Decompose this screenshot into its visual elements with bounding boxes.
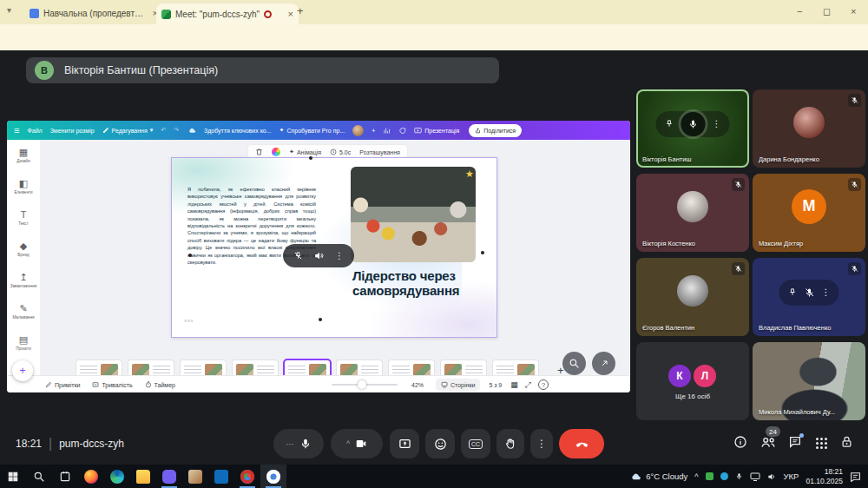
activities-button[interactable] (816, 438, 827, 449)
mic-off-icon[interactable] (805, 287, 815, 298)
presentation-zoom-button[interactable] (562, 352, 586, 375)
sidebar-item-design[interactable]: ▦Дизайн (7, 140, 40, 171)
selection-handle[interactable] (309, 156, 312, 160)
color-wheel-icon[interactable] (272, 148, 280, 156)
tab-close-icon[interactable]: × (288, 9, 293, 19)
canva-doc-title[interactable]: Здобуття ключових ко... (204, 128, 272, 134)
window-close-button[interactable]: × (851, 6, 856, 16)
weather-widget[interactable]: 6°C Cloudy (628, 472, 687, 481)
raise-hand-button[interactable] (496, 429, 524, 458)
tile-yehorov-valentyn[interactable]: Єгоров Валентин (636, 258, 749, 336)
position-button[interactable]: Розташування (359, 149, 400, 155)
sidebar-item-elements[interactable]: ◧Елементи (7, 171, 40, 202)
duration-status-button[interactable]: Тривалість (92, 381, 132, 388)
taskbar-explorer-icon[interactable] (130, 465, 156, 488)
pages-button[interactable]: Сторінки (436, 379, 480, 391)
undo-icon[interactable]: ↶ (161, 127, 166, 134)
camera-options-icon[interactable]: ^ (346, 439, 350, 448)
new-tab-button[interactable]: + (297, 4, 304, 17)
add-member-icon[interactable]: + (372, 128, 375, 134)
taskbar-firefox-icon[interactable] (78, 465, 104, 488)
tray-mic-icon[interactable] (735, 472, 743, 481)
canva-assistant-button[interactable]: + (12, 360, 33, 381)
tab-meet[interactable]: Meet: "pum-dccs-zyh" × (156, 3, 299, 24)
mic-button[interactable]: ⋯ (273, 429, 324, 458)
pin-icon[interactable] (788, 287, 798, 297)
selection-handle[interactable] (188, 254, 192, 257)
taskbar-search-button[interactable] (26, 465, 52, 488)
tray-display-icon[interactable] (750, 472, 760, 481)
comment-icon[interactable] (398, 127, 406, 135)
tab-search-chevron-icon[interactable]: ▾ (7, 5, 11, 15)
tile-more-options-kebab-icon[interactable]: ⋮ (335, 251, 344, 260)
zoom-slider-knob[interactable] (358, 380, 366, 389)
chat-button[interactable] (788, 435, 802, 449)
canva-resize-button[interactable]: Зменити розмір (50, 128, 95, 134)
volume-icon[interactable] (313, 250, 325, 261)
taskbar-chrome-icon[interactable] (260, 465, 286, 488)
timer-button[interactable]: Таймер (145, 381, 175, 388)
notification-center-icon[interactable] (850, 472, 861, 482)
tile-daryna-bondarenko[interactable]: Дарина Бондаренко (753, 89, 865, 168)
canva-share-button[interactable]: Поділитися (469, 124, 522, 137)
participants-button[interactable]: 24 (760, 435, 776, 449)
defender-shield-icon[interactable] (706, 472, 713, 480)
delete-icon[interactable] (255, 148, 263, 156)
sidebar-item-projects[interactable]: ▤Проєкти (7, 327, 40, 359)
language-indicator[interactable]: УКР (784, 472, 799, 481)
meeting-details-button[interactable] (733, 435, 747, 449)
grid-view-icon[interactable]: ▦ (510, 380, 518, 389)
sidebar-item-draw[interactable]: ✎Малювання (7, 296, 40, 327)
taskbar-clock[interactable]: 18:21 01.10.2025 (806, 467, 843, 485)
camera-button[interactable]: ^ (331, 429, 383, 458)
unpin-icon[interactable] (293, 251, 303, 260)
zoom-slider[interactable] (332, 384, 398, 386)
sidebar-item-text[interactable]: TТекст (7, 202, 40, 234)
window-maximize-button[interactable]: ◻ (823, 6, 831, 17)
pin-icon[interactable] (665, 119, 674, 129)
sidebar-item-uploads[interactable]: ↥Завантаження (7, 265, 40, 296)
canva-pro-button[interactable]: ✦ Спробувати Pro пр... (279, 127, 345, 134)
notes-button[interactable]: Примітки (45, 381, 80, 388)
tile-more-participants[interactable]: К Л Ще 16 осіб (636, 342, 749, 420)
window-minimize-button[interactable]: − (797, 6, 802, 16)
task-view-button[interactable] (52, 465, 78, 488)
host-controls-button[interactable] (840, 435, 853, 449)
tile-vladyslav-pavliuchenko[interactable]: ⋮ Владислав Павлюченко (753, 258, 865, 336)
more-options-button[interactable]: ⋮ (530, 429, 553, 458)
slide-photo[interactable] (351, 167, 476, 262)
selection-handle[interactable] (481, 251, 484, 254)
insights-icon[interactable] (383, 127, 391, 135)
canva-user-avatar[interactable] (352, 125, 364, 136)
sidebar-item-brand[interactable]: ◆Бренд (7, 234, 40, 265)
tile-kebab-icon[interactable]: ⋮ (822, 287, 831, 297)
present-now-button[interactable] (390, 429, 419, 458)
taskbar-chrome-profile2-icon[interactable] (234, 465, 260, 488)
canva-editing-mode[interactable]: Редагування ▾ (102, 127, 154, 134)
duration-button[interactable]: 5.0с (330, 148, 351, 155)
tile-maksym-dikhtiar[interactable]: М Максим Діхтяр (753, 174, 865, 252)
mic-active-indicator[interactable] (681, 112, 706, 136)
start-button[interactable] (0, 465, 26, 488)
taskbar-viber-icon[interactable] (156, 465, 182, 488)
canva-file-menu[interactable]: Файл (27, 128, 42, 134)
tile-viktoriia-bantysh[interactable]: ⋮ Вікторія Бантиш (636, 89, 749, 168)
reactions-button[interactable] (425, 429, 455, 458)
slide-title-text[interactable]: Лідерство через самоврядування (352, 269, 495, 299)
tray-app-icon[interactable] (720, 472, 728, 480)
tile-viktoriia-kostenko[interactable]: Вікторія Костенко (636, 174, 749, 252)
redo-icon[interactable]: ↷ (174, 127, 179, 134)
taskbar-outlook-icon[interactable] (208, 465, 234, 488)
tile-mykola-video[interactable]: Микола Михайлович Ду... (753, 342, 865, 420)
canva-present-button[interactable]: Презентація (414, 127, 459, 135)
animate-button[interactable]: ✦ Анімація (289, 148, 321, 155)
canva-menu-icon[interactable]: ≡ (14, 125, 19, 135)
fullscreen-icon[interactable]: ⤢ (525, 380, 531, 390)
taskbar-notes-icon[interactable] (182, 465, 208, 488)
selection-handle[interactable] (319, 318, 322, 321)
tab-classroom[interactable]: Навчальна (пропедевтична) × (24, 3, 163, 23)
tray-volume-icon[interactable] (767, 472, 777, 481)
captions-button[interactable]: CC (461, 429, 490, 458)
mic-options-icon[interactable]: ⋯ (286, 439, 294, 449)
help-button[interactable]: ? (538, 379, 549, 390)
